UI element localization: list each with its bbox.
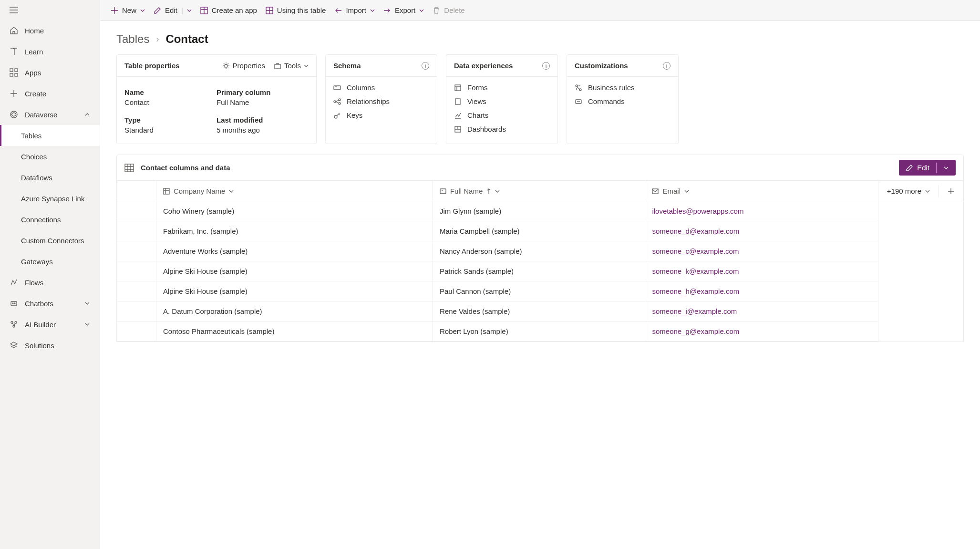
col-header-email[interactable]: Email	[645, 181, 878, 201]
svg-point-13	[225, 64, 227, 67]
card-title: Customizations	[575, 62, 628, 70]
sidebar-item-home[interactable]: Home	[0, 20, 100, 41]
link-views[interactable]: Views	[454, 97, 550, 105]
sidebar-item-label: Solutions	[25, 342, 90, 350]
svg-rect-27	[164, 188, 169, 194]
cell-fullname[interactable]: Maria Campbell (sample)	[433, 221, 645, 241]
cmd-new[interactable]: New	[111, 6, 145, 14]
btn-tools[interactable]: Tools	[274, 62, 309, 70]
cell-email[interactable]: someone_c@example.com	[645, 241, 878, 261]
link-commands[interactable]: Commands	[575, 97, 671, 105]
cell-email[interactable]: someone_i@example.com	[645, 301, 878, 321]
sidebar-item-gateways[interactable]: Gateways	[0, 251, 100, 272]
cell-company[interactable]: Adventure Works (sample)	[156, 241, 433, 261]
link-keys[interactable]: Keys	[333, 111, 429, 119]
sidebar-item-flows[interactable]: Flows	[0, 272, 100, 293]
sidebar-item-synapse-link[interactable]: Azure Synapse Link	[0, 188, 100, 209]
cell-fullname[interactable]: Nancy Anderson (sample)	[433, 241, 645, 261]
cell-company[interactable]: Coho Winery (sample)	[156, 201, 433, 221]
pencil-icon	[154, 7, 161, 14]
link-label: Dashboards	[467, 125, 506, 133]
table-row[interactable]: Alpine Ski House (sample)Patrick Sands (…	[117, 261, 878, 281]
sidebar-item-choices[interactable]: Choices	[0, 146, 100, 167]
cell-company[interactable]: Fabrikam, Inc. (sample)	[156, 221, 433, 241]
row-selector-cell[interactable]	[117, 321, 156, 342]
cell-company[interactable]: Contoso Pharmaceuticals (sample)	[156, 321, 433, 342]
prop-val-primary: Full Name	[217, 98, 309, 109]
table-row[interactable]: Contoso Pharmaceuticals (sample)Robert L…	[117, 321, 878, 342]
breadcrumb-root[interactable]: Tables	[116, 32, 149, 46]
more-columns-button[interactable]: +190 more	[878, 181, 939, 201]
gear-icon	[222, 62, 230, 70]
form-icon	[454, 84, 462, 92]
edit-dropdown[interactable]	[937, 161, 956, 175]
edit-split-button[interactable]: Edit	[899, 160, 956, 176]
row-selector-cell[interactable]	[117, 261, 156, 281]
table-row[interactable]: Adventure Works (sample)Nancy Anderson (…	[117, 241, 878, 261]
cell-email[interactable]: ilovetables@powerapps.com	[645, 201, 878, 221]
sidebar-item-dataflows[interactable]: Dataflows	[0, 167, 100, 188]
table-row[interactable]: Alpine Ski House (sample)Paul Cannon (sa…	[117, 281, 878, 301]
chevron-up-icon	[84, 112, 90, 117]
cell-fullname[interactable]: Rene Valdes (sample)	[433, 301, 645, 321]
cell-company[interactable]: Alpine Ski House (sample)	[156, 281, 433, 301]
sidebar-item-apps[interactable]: Apps	[0, 62, 100, 83]
row-selector-cell[interactable]	[117, 301, 156, 321]
edit-button[interactable]: Edit	[899, 160, 936, 176]
sidebar-item-chatbots[interactable]: Chatbots	[0, 293, 100, 314]
chevron-down-icon	[925, 189, 930, 194]
svg-rect-3	[15, 73, 18, 76]
cell-fullname[interactable]: Robert Lyon (sample)	[433, 321, 645, 342]
table-row[interactable]: Fabrikam, Inc. (sample)Maria Campbell (s…	[117, 221, 878, 241]
sidebar-item-learn[interactable]: Learn	[0, 41, 100, 62]
sidebar-item-label: Chatbots	[25, 300, 78, 308]
link-columns[interactable]: Columns	[333, 83, 429, 92]
table-row[interactable]: A. Datum Corporation (sample)Rene Valdes…	[117, 301, 878, 321]
hamburger-button[interactable]	[0, 0, 100, 20]
cell-email[interactable]: someone_d@example.com	[645, 221, 878, 241]
sidebar-item-dataverse[interactable]: Dataverse	[0, 104, 100, 125]
cmd-create-app[interactable]: Create an app	[200, 6, 257, 14]
row-selector-header[interactable]	[117, 181, 156, 201]
svg-rect-29	[652, 189, 658, 194]
cmd-import[interactable]: Import	[334, 6, 375, 14]
cell-email[interactable]: someone_g@example.com	[645, 321, 878, 342]
cmd-export[interactable]: Export	[383, 6, 424, 14]
sidebar-item-create[interactable]: Create	[0, 83, 100, 104]
cell-email[interactable]: someone_k@example.com	[645, 261, 878, 281]
cell-company[interactable]: A. Datum Corporation (sample)	[156, 301, 433, 321]
cmd-label: Delete	[444, 6, 464, 14]
link-dashboards[interactable]: Dashboards	[454, 125, 550, 133]
info-icon[interactable]: i	[422, 62, 429, 70]
add-column-button[interactable]	[939, 182, 963, 200]
info-icon[interactable]: i	[542, 62, 550, 70]
sidebar-item-solutions[interactable]: Solutions	[0, 335, 100, 356]
cell-fullname[interactable]: Paul Cannon (sample)	[433, 281, 645, 301]
link-relationships[interactable]: Relationships	[333, 97, 429, 105]
sidebar-item-label: Flows	[25, 279, 90, 287]
col-header-fullname[interactable]: Full Name	[433, 181, 645, 201]
cell-company[interactable]: Alpine Ski House (sample)	[156, 261, 433, 281]
sidebar-item-tables[interactable]: Tables	[0, 125, 100, 146]
col-header-company[interactable]: Company Name	[156, 181, 433, 201]
sidebar-item-ai-builder[interactable]: AI Builder	[0, 314, 100, 335]
link-business-rules[interactable]: Business rules	[575, 83, 671, 92]
link-label: Forms	[467, 83, 488, 92]
cell-email[interactable]: someone_h@example.com	[645, 281, 878, 301]
row-selector-cell[interactable]	[117, 281, 156, 301]
sidebar-item-custom-connectors[interactable]: Custom Connectors	[0, 230, 100, 251]
link-forms[interactable]: Forms	[454, 83, 550, 92]
cell-fullname[interactable]: Jim Glynn (sample)	[433, 201, 645, 221]
row-selector-cell[interactable]	[117, 241, 156, 261]
cmd-using-table[interactable]: Using this table	[266, 6, 326, 14]
cmd-edit[interactable]: Edit |	[154, 6, 192, 14]
sidebar-item-connections[interactable]: Connections	[0, 209, 100, 230]
table-row[interactable]: Coho Winery (sample)Jim Glynn (sample)il…	[117, 201, 878, 221]
info-icon[interactable]: i	[663, 62, 671, 70]
link-charts[interactable]: Charts	[454, 111, 550, 119]
btn-properties[interactable]: Properties	[222, 62, 265, 70]
cell-fullname[interactable]: Patrick Sands (sample)	[433, 261, 645, 281]
row-selector-cell[interactable]	[117, 201, 156, 221]
row-selector-cell[interactable]	[117, 221, 156, 241]
data-section: Contact columns and data Edit	[116, 155, 964, 342]
